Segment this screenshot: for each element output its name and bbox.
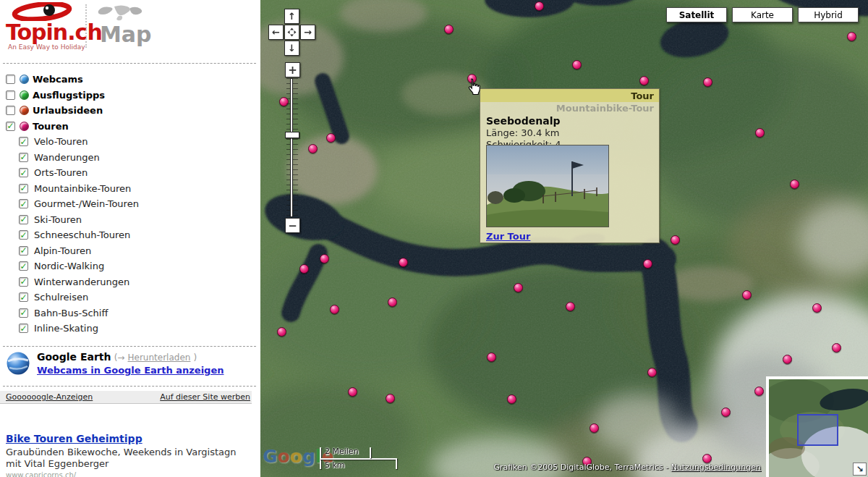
map-canvas[interactable]: ↑ ← → ↓ + − SatellitKarteHybrid Tour Mou… <box>260 0 868 477</box>
tour-marker[interactable] <box>671 235 680 245</box>
herunterladen-link[interactable]: Herunterladen <box>128 353 191 363</box>
tour-type-label[interactable]: Inline-Skating <box>34 323 98 334</box>
tour-type-label[interactable]: Nordic-Walking <box>34 261 104 271</box>
tour-marker[interactable] <box>755 128 765 138</box>
tour-marker[interactable] <box>812 303 822 313</box>
tour-marker[interactable] <box>832 343 841 353</box>
tour-marker[interactable] <box>320 254 329 263</box>
category-checkbox[interactable] <box>6 106 15 115</box>
tour-marker[interactable] <box>783 355 792 364</box>
tour-type-checkbox[interactable]: ✓ <box>19 230 28 240</box>
tour-type-checkbox[interactable]: ✓ <box>19 199 28 208</box>
popup-tour-length: Länge: 30.4 km <box>486 127 659 138</box>
tour-marker[interactable] <box>754 387 764 396</box>
tour-type-checkbox[interactable]: ✓ <box>19 324 28 333</box>
tour-type-label[interactable]: Schulreisen <box>34 292 88 303</box>
tour-marker[interactable] <box>299 264 309 274</box>
tour-marker[interactable] <box>388 297 397 307</box>
tour-marker[interactable] <box>277 327 286 337</box>
tour-marker[interactable] <box>487 353 496 362</box>
tour-marker[interactable] <box>566 302 575 311</box>
tour-marker[interactable] <box>790 180 799 189</box>
tour-marker[interactable] <box>742 290 752 300</box>
tour-marker[interactable] <box>444 25 454 34</box>
map-type-button-hybrid[interactable]: Hybrid <box>798 7 859 22</box>
tour-type-row: ✓Schneeschuh-Touren <box>19 229 139 241</box>
tour-type-checkbox[interactable]: ✓ <box>19 292 28 302</box>
tour-type-checkbox[interactable]: ✓ <box>19 153 28 162</box>
tour-marker[interactable] <box>590 423 599 433</box>
pan-center-button[interactable] <box>284 25 299 40</box>
category-dot-icon <box>20 90 29 100</box>
google-anzeigen-link[interactable]: Goooooogle-Anzeigen <box>6 392 93 402</box>
tour-type-label[interactable]: Velo-Touren <box>34 136 88 147</box>
tour-marker[interactable] <box>643 259 652 269</box>
tour-marker[interactable] <box>308 144 318 153</box>
tour-marker[interactable] <box>326 133 336 143</box>
tour-type-label[interactable]: Schneeschuh-Touren <box>34 229 130 240</box>
zoom-in-button[interactable]: + <box>285 62 300 77</box>
webcams-google-earth-link[interactable]: Webcams in Google Earth anzeigen <box>37 365 224 376</box>
map-type-button-satellit[interactable]: Satellit <box>666 7 727 22</box>
category-label[interactable]: Urlaubsideen <box>33 105 103 116</box>
tour-marker[interactable] <box>348 387 357 397</box>
category-label[interactable]: Touren <box>33 121 69 132</box>
tour-type-label[interactable]: Winterwanderungen <box>34 277 129 287</box>
ad-title-link[interactable]: Bike Touren Geheimtipp <box>6 433 142 444</box>
map-type-button-karte[interactable]: Karte <box>732 7 793 22</box>
tour-marker[interactable] <box>330 305 339 314</box>
tour-type-label[interactable]: Bahn-Bus-Schiff <box>34 308 108 318</box>
pan-down-button[interactable]: ↓ <box>284 41 299 56</box>
category-checkbox[interactable] <box>6 75 15 84</box>
tour-marker[interactable] <box>639 76 649 85</box>
tour-type-checkbox[interactable]: ✓ <box>19 184 28 193</box>
separator <box>3 346 256 347</box>
pan-left-button[interactable]: ← <box>268 25 284 40</box>
tour-marker[interactable] <box>507 394 516 404</box>
zoom-slider-handle[interactable] <box>285 132 299 138</box>
google-earth-icon <box>6 351 30 376</box>
separator <box>3 63 256 64</box>
pan-down-icon: ↓ <box>288 43 296 54</box>
tour-type-checkbox[interactable]: ✓ <box>19 215 28 224</box>
zoom-out-button[interactable]: − <box>285 218 300 233</box>
tour-type-checkbox[interactable]: ✓ <box>19 277 28 287</box>
zoom-slider-track[interactable] <box>286 78 298 217</box>
tour-marker[interactable] <box>703 77 712 87</box>
tour-marker[interactable] <box>847 32 856 41</box>
tour-type-checkbox[interactable]: ✓ <box>19 168 28 177</box>
tour-type-label[interactable]: Orts-Touren <box>34 167 88 178</box>
overview-viewport-rect[interactable] <box>797 414 838 446</box>
tour-type-checkbox[interactable]: ✓ <box>19 261 28 271</box>
tour-type-checkbox[interactable]: ✓ <box>19 308 28 318</box>
tour-type-row: ✓Schulreisen <box>19 291 139 303</box>
tour-type-label[interactable]: Wanderungen <box>34 152 100 163</box>
arrow-icon: → <box>117 353 124 363</box>
tour-marker[interactable] <box>572 60 582 69</box>
tour-marker[interactable] <box>535 1 544 11</box>
nutzungsbedingungen-link[interactable]: Nutzungsbedingungen <box>671 463 761 472</box>
tour-type-label[interactable]: Mountainbike-Touren <box>34 183 131 194</box>
tour-type-row: ✓Wanderungen <box>19 151 139 164</box>
tour-photo <box>486 145 609 227</box>
tour-type-checkbox[interactable]: ✓ <box>19 137 28 146</box>
advertise-here-link[interactable]: Auf dieser Site werben <box>160 392 250 402</box>
tour-type-label[interactable]: Ski-Touren <box>34 214 82 225</box>
category-label[interactable]: Webcams <box>33 74 83 85</box>
plus-icon: + <box>288 64 297 77</box>
tour-marker[interactable] <box>721 408 731 417</box>
pan-right-button[interactable]: → <box>300 25 315 40</box>
category-checkbox[interactable] <box>6 90 15 100</box>
tour-marker[interactable] <box>399 258 408 267</box>
tour-marker[interactable] <box>514 283 523 292</box>
tour-marker[interactable] <box>647 368 657 377</box>
category-checkbox[interactable]: ✓ <box>6 122 15 131</box>
zur-tour-link[interactable]: Zur Tour <box>486 231 530 242</box>
tour-type-checkbox[interactable]: ✓ <box>19 246 28 256</box>
category-label[interactable]: Ausflugstipps <box>33 90 105 101</box>
tour-type-label[interactable]: Gourmet-/Wein-Touren <box>34 198 139 209</box>
tour-marker[interactable] <box>386 394 395 403</box>
tour-type-label[interactable]: Alpin-Touren <box>34 245 91 256</box>
pan-up-button[interactable]: ↑ <box>284 9 299 24</box>
overview-collapse-button[interactable]: ↘ <box>853 463 867 476</box>
